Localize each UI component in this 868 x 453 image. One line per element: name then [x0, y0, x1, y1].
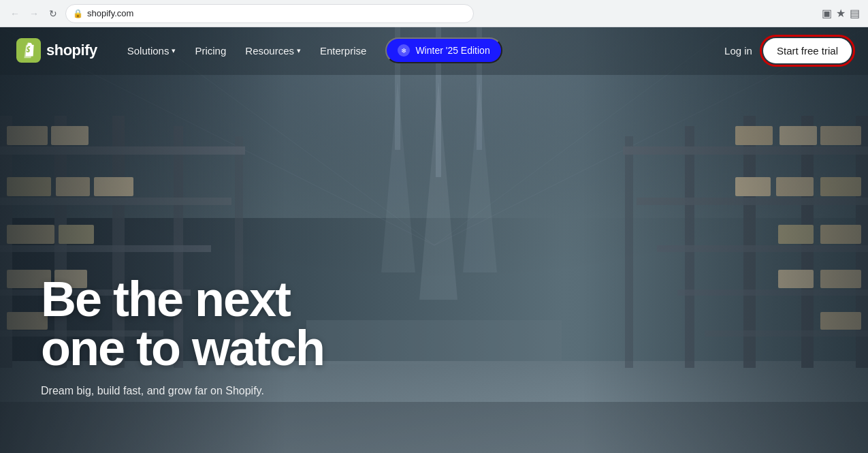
reload-button[interactable]: ↻: [46, 7, 60, 20]
brand-name: shopify: [46, 42, 97, 59]
hero-title: Be the next one to watch: [41, 275, 324, 373]
nav-right: Log in Start free trial: [724, 38, 852, 63]
browser-chrome: ← → ↻ 🔒 shopify.com ▣ ★ ▤: [0, 0, 868, 27]
url-text: shopify.com: [87, 8, 133, 18]
winter-edition-badge[interactable]: ❄ Winter '25 Edition: [385, 37, 502, 63]
address-bar[interactable]: 🔒 shopify.com: [65, 4, 474, 23]
shopify-bag-icon: [16, 38, 41, 63]
enterprise-label: Enterprise: [320, 45, 366, 57]
login-label: Log in: [724, 45, 752, 57]
screenshot-button[interactable]: ▣: [822, 7, 832, 20]
back-button[interactable]: ←: [8, 7, 22, 20]
forward-button[interactable]: →: [27, 7, 41, 20]
hero-content: Be the next one to watch Dream big, buil…: [41, 275, 324, 399]
svg-rect-58: [0, 402, 868, 453]
hero-subtitle: Dream big, build fast, and grow far on S…: [41, 384, 272, 399]
shopify-logo-link[interactable]: shopify: [16, 38, 97, 63]
extensions-button[interactable]: ▤: [850, 7, 860, 20]
enterprise-nav-item[interactable]: Enterprise: [312, 40, 374, 62]
hero-title-line2: one to watch: [41, 321, 324, 375]
solutions-nav-item[interactable]: Solutions ▾: [119, 40, 184, 62]
resources-chevron-icon: ▾: [297, 46, 301, 55]
solutions-chevron-icon: ▾: [172, 46, 176, 55]
security-icon: 🔒: [73, 9, 83, 18]
shopify-page: shopify Solutions ▾ Pricing Resources ▾ …: [0, 27, 868, 453]
pricing-nav-item[interactable]: Pricing: [187, 40, 234, 62]
trial-button-label: Start free trial: [777, 45, 838, 57]
solutions-label: Solutions: [127, 45, 170, 57]
start-free-trial-button[interactable]: Start free trial: [763, 38, 852, 63]
browser-actions: ▣ ★ ▤: [822, 7, 860, 20]
login-link[interactable]: Log in: [724, 45, 752, 57]
hero-title-line1: Be the next: [41, 272, 290, 326]
nav-links: Solutions ▾ Pricing Resources ▾ Enterpri…: [119, 40, 375, 62]
resources-nav-item[interactable]: Resources ▾: [237, 40, 309, 62]
resources-label: Resources: [245, 45, 294, 57]
navbar: shopify Solutions ▾ Pricing Resources ▾ …: [0, 27, 868, 74]
winter-badge-label: Winter '25 Edition: [415, 45, 489, 56]
winter-badge-icon: ❄: [398, 44, 410, 57]
svg-rect-57: [582, 27, 868, 453]
bookmark-button[interactable]: ★: [836, 7, 846, 20]
pricing-label: Pricing: [195, 45, 226, 57]
